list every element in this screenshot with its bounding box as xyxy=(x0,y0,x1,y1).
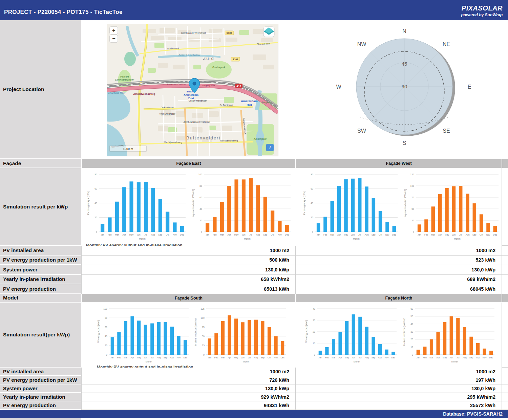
svg-text:Nov: Nov xyxy=(483,356,487,359)
svg-text:60: 60 xyxy=(94,187,97,190)
metric-value-west: 68045 kWh xyxy=(295,284,502,294)
band-sliver xyxy=(502,159,508,168)
metric-label: System power xyxy=(0,265,81,275)
chart-facade-west-irradiation: 0255075100125JanFebMarAprMayJunJulAugSep… xyxy=(403,170,501,242)
svg-text:Feb: Feb xyxy=(213,234,217,236)
metric-label: PV energy production xyxy=(0,401,81,410)
svg-text:Jan: Jan xyxy=(417,356,420,359)
svg-text:75: 75 xyxy=(202,326,205,328)
svg-text:125: 125 xyxy=(410,173,414,176)
metric-value-south: 1000 m2 xyxy=(81,368,295,376)
svg-text:25: 25 xyxy=(202,344,205,347)
svg-text:10: 10 xyxy=(313,342,315,344)
model-band-row: Model Façade South Façade North xyxy=(0,294,508,303)
svg-text:Feb: Feb xyxy=(323,234,327,236)
database-label: Database: PVGIS-SARAH2 xyxy=(443,411,503,417)
svg-text:Aug: Aug xyxy=(157,356,161,359)
svg-text:60: 60 xyxy=(199,196,202,199)
metric-value-north: 130,0 kWp xyxy=(295,384,502,393)
svg-text:Schinkeleilanden: Schinkeleilanden xyxy=(115,78,134,81)
svg-text:Buitenveldert: Buitenveldert xyxy=(186,135,221,140)
svg-text:Ringweg Zuid: Ringweg Zuid xyxy=(203,85,215,87)
svg-text:Apr: Apr xyxy=(338,356,342,359)
simulation-row-2: Simulation result(per kWp) 020406080100J… xyxy=(0,303,508,368)
svg-text:De Boelelaan: De Boelelaan xyxy=(219,104,233,106)
svg-text:Apr: Apr xyxy=(436,356,440,359)
map-zoom-out-button[interactable]: − xyxy=(110,35,118,42)
svg-text:PV energy output [kWh]: PV energy output [kWh] xyxy=(305,320,308,343)
svg-text:Van Nijenrodeweg: Van Nijenrodeweg xyxy=(164,141,182,144)
svg-text:Sep: Sep xyxy=(261,356,265,359)
map-scale-bar: 1000 m xyxy=(110,146,146,151)
compass-sw: SW xyxy=(357,128,366,134)
metric-row-installed-area-2: PV installed area 1000 m2 1000 m2 xyxy=(0,368,508,376)
svg-text:Sep: Sep xyxy=(469,356,473,359)
svg-text:Mar: Mar xyxy=(330,234,334,236)
chart-facade-south-pv-output: 020406080100JanFebMarAprMayJunJulAugSepO… xyxy=(96,305,191,365)
svg-text:Amstelveenseweg: Amstelveenseweg xyxy=(133,92,155,95)
chart-facade-north-irradiation: 0102030405060JanFebMarAprMayJunJulAugSep… xyxy=(402,305,497,365)
metric-value-north: 295 kWh/m2 xyxy=(295,393,502,401)
facade-east-charts: 020406080JanFebMarAprMayJunJulAugSepOctN… xyxy=(81,168,295,246)
svg-text:May: May xyxy=(234,234,239,236)
facade-west-header: Façade West xyxy=(295,159,502,168)
svg-text:40: 40 xyxy=(105,335,107,337)
compass-s: S xyxy=(403,140,406,146)
svg-text:0: 0 xyxy=(312,231,313,233)
metric-value-east: 130,0 kWp xyxy=(81,265,295,275)
svg-text:80: 80 xyxy=(94,173,97,176)
svg-text:0: 0 xyxy=(106,353,107,356)
compass-ne: NE xyxy=(443,41,450,47)
simulation-1-label: Simulation result per kWp xyxy=(0,168,81,246)
chart-facade-east-irradiation: 020406080100JanFebMarAprMayJunJulAugSepO… xyxy=(191,170,293,242)
svg-text:Dec: Dec xyxy=(285,234,289,236)
svg-text:Jun: Jun xyxy=(449,356,453,359)
info-icon: i xyxy=(269,145,271,150)
row-sliver xyxy=(502,168,508,246)
svg-text:Jul: Jul xyxy=(248,356,251,359)
svg-text:Nov: Nov xyxy=(385,356,389,359)
map-info-button[interactable]: i xyxy=(266,144,274,151)
svg-text:Dec: Dec xyxy=(183,356,187,359)
svg-text:Apr: Apr xyxy=(438,234,442,236)
svg-text:Jan: Jan xyxy=(208,356,212,359)
svg-text:Aug: Aug xyxy=(151,234,155,236)
svg-text:May: May xyxy=(129,234,134,236)
location-map[interactable]: S108 S109 A10 Gerrit van der Veenstraat … xyxy=(107,24,278,156)
svg-text:20: 20 xyxy=(311,216,313,219)
metric-label: Yearly in-plane irradiation xyxy=(0,275,81,285)
svg-text:PV energy output [kWh]: PV energy output [kWh] xyxy=(87,191,90,215)
metric-value-west: 523 kWh xyxy=(295,256,502,265)
plus-icon: + xyxy=(112,27,115,33)
compass-w: W xyxy=(336,84,341,90)
svg-text:Feb: Feb xyxy=(424,234,428,236)
svg-text:Mar: Mar xyxy=(221,356,225,359)
svg-text:60: 60 xyxy=(410,307,413,310)
svg-text:40: 40 xyxy=(311,202,313,204)
svg-text:Jan: Jan xyxy=(101,234,104,236)
svg-text:Apr: Apr xyxy=(123,234,126,236)
svg-text:0: 0 xyxy=(413,231,414,233)
svg-text:1000 m: 1000 m xyxy=(123,147,133,151)
svg-text:Dec: Dec xyxy=(493,234,497,236)
svg-text:A10: A10 xyxy=(236,85,241,88)
svg-text:Nov: Nov xyxy=(274,356,278,359)
svg-text:De Nieuwe Meer: De Nieuwe Meer xyxy=(108,92,126,94)
metric-value-west: 1000 m2 xyxy=(295,246,502,256)
svg-text:In-plane irradiation [kWh/m2]: In-plane irradiation [kWh/m2] xyxy=(404,189,407,217)
svg-text:Oct: Oct xyxy=(476,356,480,359)
svg-text:0: 0 xyxy=(412,353,413,356)
svg-text:Sep: Sep xyxy=(164,356,168,359)
svg-text:Jul: Jul xyxy=(457,356,460,359)
map-layers-button[interactable] xyxy=(263,27,274,37)
svg-text:PV energy output [kWh]: PV energy output [kWh] xyxy=(97,320,100,343)
metric-row-production-per-kw-1: PV energy production per 1kW 500 kWh 523… xyxy=(0,256,508,265)
svg-text:Aug: Aug xyxy=(365,356,369,359)
map-zoom-in-button[interactable]: + xyxy=(110,27,118,34)
svg-text:100: 100 xyxy=(198,173,202,176)
svg-text:75: 75 xyxy=(411,196,414,199)
svg-text:100: 100 xyxy=(200,316,205,319)
chart-facade-east-pv-output: 020406080JanFebMarAprMayJunJulAugSepOctN… xyxy=(86,170,188,242)
simulation-row-1: Simulation result per kWp 020406080JanFe… xyxy=(0,168,508,246)
openstreetmap-canvas[interactable]: S108 S109 A10 Gerrit van der Veenstraat … xyxy=(107,24,278,156)
